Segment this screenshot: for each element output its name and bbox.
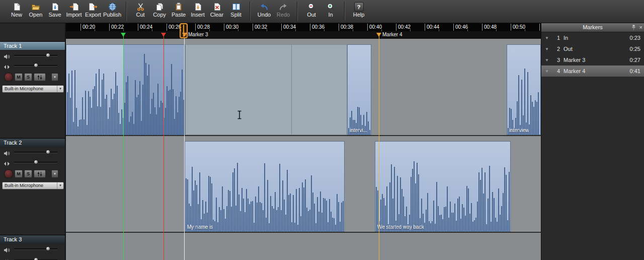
publish-button[interactable]: Publish	[103, 0, 122, 18]
track1-pan-slider[interactable]	[14, 61, 57, 70]
split-button[interactable]: Split	[226, 0, 246, 18]
playhead-line	[184, 38, 185, 260]
marker-time: 0:23	[630, 35, 640, 41]
disclosure-triangle-icon[interactable]: ▼	[545, 58, 553, 62]
ruler-tick: 00:26	[167, 24, 181, 31]
track3-volume-slider[interactable]	[14, 245, 57, 253]
clear-button[interactable]: Clear	[207, 0, 226, 18]
track2-input-select[interactable]: Built-in Microphone ▼	[2, 182, 64, 189]
track3-pan-slider[interactable]	[14, 256, 57, 260]
insert-button[interactable]: Insert	[188, 0, 207, 18]
marker-row[interactable]: ▼ 3 Marker 3 0:27	[541, 54, 644, 66]
waveform	[185, 142, 344, 231]
track3-pan-thumb[interactable]	[34, 257, 38, 260]
fader-button[interactable]	[34, 170, 46, 178]
pin-icon[interactable]	[631, 24, 636, 33]
region-divider	[291, 45, 292, 135]
slider-groove	[14, 152, 57, 153]
toolbar-separator	[126, 2, 127, 21]
track2-pan-thumb[interactable]	[34, 160, 38, 164]
track1-pan-thumb[interactable]	[34, 63, 38, 68]
disclosure-triangle-icon[interactable]: ▼	[545, 69, 553, 74]
open-button[interactable]: Open	[26, 0, 45, 18]
magnifier-plus-icon	[327, 2, 335, 12]
marker3-label[interactable]: Marker 3	[188, 32, 208, 37]
track2-volume-thumb[interactable]	[46, 150, 50, 154]
audio-clip[interactable]: My name is	[185, 141, 345, 232]
ruler-tick: 00:38	[339, 24, 353, 31]
audio-clip[interactable]: We started way back	[375, 141, 511, 232]
track2-volume-row	[3, 148, 63, 156]
marker-row-selected[interactable]: ▼ 4 Marker 4 0:41	[541, 66, 644, 77]
import-button-label: Import	[66, 12, 82, 18]
save-button-label: Save	[48, 12, 61, 18]
scissors-icon	[136, 2, 145, 12]
audio-clip[interactable]: intervi...	[347, 44, 371, 135]
empty-clip-region[interactable]	[185, 44, 347, 135]
marker-row[interactable]: ▼ 2 Out 0:25	[541, 43, 644, 54]
marker-strip[interactable]: Marker 3 Marker 4	[66, 31, 541, 39]
paste-button[interactable]: Paste	[169, 0, 188, 18]
help-button[interactable]: ? Help	[349, 0, 368, 18]
fader-button[interactable]	[34, 73, 46, 81]
markers-panel-header[interactable]: Markers ×	[541, 23, 644, 32]
track1-volume-slider[interactable]	[14, 51, 57, 59]
save-button[interactable]: Save	[45, 0, 64, 18]
marker-name: Marker 3	[564, 57, 630, 63]
undo-button[interactable]: Undo	[255, 0, 274, 18]
copy-button[interactable]: Copy	[150, 0, 169, 18]
audio-clip[interactable]: interview	[507, 44, 541, 135]
record-button[interactable]	[4, 73, 13, 82]
track3-volume-thumb[interactable]	[46, 246, 50, 251]
close-icon[interactable]: ×	[639, 23, 642, 32]
split-button-label: Split	[230, 12, 241, 18]
publish-globe-icon	[108, 2, 117, 12]
marker-name: Out	[564, 46, 630, 52]
time-ruler[interactable]: 00:2000:2200:2400:2600:2800:3000:3200:34…	[66, 23, 541, 31]
track3-header[interactable]: Track 3	[0, 235, 65, 243]
fader-icon	[37, 75, 43, 80]
record-button[interactable]	[4, 169, 13, 178]
new-button[interactable]: New	[7, 0, 26, 18]
marker-row[interactable]: ▼ 1 In 0:23	[541, 32, 644, 43]
marker4-label[interactable]: Marker 4	[382, 32, 402, 37]
track1-header[interactable]: Track 1	[0, 41, 65, 50]
mute-button[interactable]: M	[15, 73, 23, 81]
track2-volume-slider[interactable]	[14, 148, 57, 156]
toolbar-separator	[344, 2, 345, 21]
track2-pan-slider[interactable]	[14, 158, 57, 166]
ruler-tick: 00:36	[310, 24, 325, 31]
track-options-button[interactable]: ▼	[51, 170, 58, 178]
marker4-line	[379, 33, 379, 260]
mute-button[interactable]: M	[15, 170, 23, 178]
import-button[interactable]: Import	[64, 0, 84, 18]
track1-input-select[interactable]: Built-in Microphone ▼	[2, 85, 64, 93]
track1-volume-thumb[interactable]	[46, 53, 50, 57]
track1-name: Track 1	[4, 43, 22, 49]
speaker-icon	[4, 52, 10, 61]
disclosure-triangle-icon[interactable]: ▼	[545, 36, 553, 40]
track3-lane[interactable]	[66, 233, 541, 260]
speaker-icon	[4, 149, 10, 158]
marker-time: 0:41	[630, 68, 640, 74]
track2-buttons: M S ▼	[4, 169, 63, 178]
insert-button-label: Insert	[191, 12, 205, 18]
marker-time: 0:27	[630, 57, 640, 63]
disclosure-triangle-icon[interactable]: ▼	[545, 47, 553, 51]
zoom-out-button[interactable]: Out	[302, 0, 321, 18]
track-options-button[interactable]: ▼	[51, 73, 58, 81]
ruler-tick: 00:20	[80, 24, 95, 31]
new-button-label: New	[11, 12, 22, 18]
ruler-tick: 00:48	[482, 24, 497, 31]
playhead-handle[interactable]	[180, 23, 188, 38]
clip-label: We started way back	[377, 224, 424, 230]
cut-button[interactable]: Cut	[131, 0, 150, 18]
ruler-tick: 00:24	[138, 24, 152, 31]
marker-number: 4	[553, 68, 560, 74]
export-button[interactable]: Export	[84, 0, 103, 18]
zoom-in-button[interactable]: In	[321, 0, 340, 18]
solo-button[interactable]: S	[24, 73, 32, 81]
solo-button[interactable]: S	[24, 170, 32, 178]
redo-button[interactable]: Redo	[274, 0, 293, 18]
track2-header[interactable]: Track 2	[0, 138, 65, 147]
